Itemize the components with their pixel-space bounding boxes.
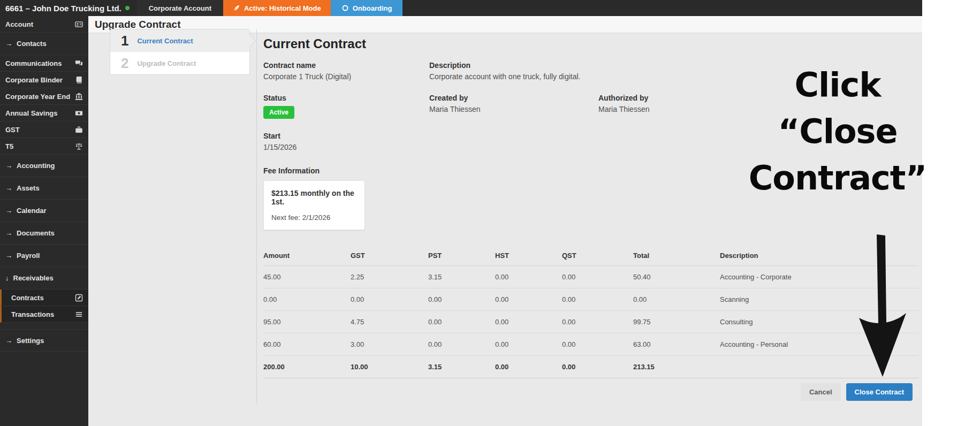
bank-icon — [75, 93, 83, 101]
sidebar-item-accounting[interactable]: →Accounting — [0, 155, 88, 177]
sidebar-item-label: Calendar — [17, 207, 83, 215]
status-label: Status — [263, 94, 429, 102]
step-upgrade-contract[interactable]: 2 Upgrade Contract — [110, 52, 249, 74]
company-title: 6661 – John Doe Trucking Ltd. — [0, 0, 137, 16]
fee-cell: 0.00 — [562, 311, 633, 333]
fee-table-row: 45.002.253.150.000.0050.40Accounting - C… — [263, 266, 918, 288]
sidebar-item-annual-savings[interactable]: Annual Savings — [0, 105, 88, 121]
chevron-down-icon: ↓ — [5, 274, 9, 282]
sidebar-item-contacts[interactable]: →Contacts — [0, 33, 88, 55]
tab-corporate-account[interactable]: Corporate Account — [137, 0, 223, 16]
fee-cell: 0.00 — [633, 288, 720, 311]
step-number: 1 — [121, 33, 128, 49]
sidebar-item-corporate-binder[interactable]: Corporate Binder — [0, 72, 88, 88]
fee-cell: 3.15 — [428, 266, 495, 288]
fee-cell: 99.75 — [633, 311, 720, 333]
sidebar-item-label: Communications — [5, 59, 75, 67]
fee-cell: 3.15 — [428, 356, 495, 378]
tab-onboarding[interactable]: Onboarding — [331, 0, 403, 16]
description-label: Description — [429, 61, 580, 70]
sidebar-item-communications[interactable]: Communications — [0, 55, 88, 72]
fee-col-header-gst: GST — [351, 245, 428, 266]
sidebar-item-corporate-year-end[interactable]: Corporate Year End — [0, 88, 88, 105]
arrow-right-icon: → — [5, 207, 12, 215]
action-bar: Cancel Close Contract — [263, 383, 913, 401]
step-label: Current Contract — [137, 37, 193, 45]
fee-cell: 3.00 — [351, 333, 428, 356]
fee-cell: 0.00 — [263, 288, 351, 311]
sidebar-item-settings[interactable]: →Settings — [0, 329, 88, 352]
fee-cell: 0.00 — [562, 333, 633, 356]
fee-table-header: AmountGSTPSTHSTQSTTotalDescription — [263, 245, 918, 266]
contract-name-value: Corporate 1 Truck (Digital) — [263, 72, 429, 81]
sidebar-item-account[interactable]: Account — [0, 16, 88, 33]
money-icon — [75, 109, 83, 117]
next-fee-text: Next fee: 2/1/2026 — [271, 214, 357, 222]
sidebar-item-label: Receivables — [13, 274, 83, 282]
fee-cell: 0.00 — [428, 311, 495, 333]
arrow-right-icon: → — [5, 40, 12, 48]
fee-table-body: 45.002.253.150.000.0050.40Accounting - C… — [263, 266, 918, 378]
fee-table-total-row: 200.0010.003.150.000.00213.15 — [263, 356, 918, 378]
cancel-button[interactable]: Cancel — [801, 383, 841, 401]
sidebar-item-contracts[interactable]: Contracts — [0, 290, 88, 306]
arrow-right-icon: → — [5, 162, 12, 170]
vertical-divider — [256, 29, 257, 404]
fee-cell: 0.00 — [495, 356, 562, 378]
arrow-right-icon: → — [5, 337, 12, 345]
arrow-right-icon: → — [5, 229, 12, 237]
fee-summary-card: $213.15 monthly on the 1st. Next fee: 2/… — [263, 180, 365, 230]
sidebar-item-label: T5 — [5, 142, 75, 150]
scales-icon — [75, 142, 83, 150]
contract-name-label: Contract name — [263, 61, 429, 70]
circle-icon — [341, 4, 349, 12]
sidebar-item-label: Accounting — [17, 162, 83, 170]
status-badge: Active — [263, 106, 294, 119]
fee-cell: 0.00 — [562, 266, 633, 288]
close-contract-button[interactable]: Close Contract — [846, 383, 913, 401]
start-label: Start — [263, 132, 429, 140]
fee-table-row: 95.004.750.000.000.0099.75Consulting — [263, 311, 918, 333]
fee-cell: 4.75 — [351, 311, 428, 333]
fee-cell: 2.25 — [351, 266, 428, 288]
description-value: Corporate account with one truck, fully … — [429, 72, 580, 81]
annotation-click-close-contract: Click “Close Contract” — [738, 62, 938, 201]
sidebar-item-payroll[interactable]: →Payroll — [0, 245, 88, 267]
tab-active-historical-mode[interactable]: Active: Historical Mode — [223, 0, 331, 16]
sidebar-item-t5[interactable]: T5 — [0, 138, 88, 155]
fee-cell: 0.00 — [495, 266, 562, 288]
tab-label: Active: Historical Mode — [244, 4, 321, 12]
sidebar-item-label: Corporate Year End — [5, 93, 75, 101]
sidebar-item-assets[interactable]: →Assets — [0, 177, 88, 200]
section-heading: Current Contract — [263, 36, 918, 51]
fee-col-header-total: Total — [633, 245, 720, 266]
topbar: 6661 – John Doe Trucking Ltd. Corporate … — [0, 0, 922, 16]
edit-icon — [75, 294, 83, 302]
authorized-by-label: Authorized by — [598, 94, 649, 102]
comments-icon — [75, 59, 83, 67]
sidebar-item-label: GST — [5, 126, 75, 134]
fee-col-header-pst: PST — [428, 245, 495, 266]
annotation-line: Click — [738, 62, 938, 109]
fee-table-row: 60.003.000.000.000.0063.00Accounting - P… — [263, 333, 918, 356]
sidebar-item-gst[interactable]: GST — [0, 121, 88, 138]
fee-cell: 63.00 — [633, 333, 720, 356]
sidebar-item-calendar[interactable]: →Calendar — [0, 200, 88, 222]
fee-cell: 0.00 — [495, 288, 562, 311]
fee-cell: 213.15 — [633, 356, 720, 378]
step-current-contract[interactable]: 1 Current Contract — [110, 29, 249, 52]
fee-col-header-hst: HST — [495, 245, 562, 266]
sidebar-item-documents[interactable]: →Documents — [0, 222, 88, 245]
tab-label: Onboarding — [353, 4, 392, 12]
step-label: Upgrade Contract — [137, 59, 196, 67]
company-title-text: 6661 – John Doe Trucking Ltd. — [5, 4, 121, 13]
fee-cell: 50.40 — [633, 266, 720, 288]
fee-cell: 200.00 — [263, 356, 351, 378]
created-by-value: Maria Thiessen — [429, 105, 598, 113]
sidebar-item-label: Documents — [17, 229, 83, 237]
sidebar-item-receivables[interactable]: ↓Receivables — [0, 267, 88, 290]
fee-cell: 60.00 — [263, 333, 351, 356]
feather-icon — [233, 4, 240, 12]
sidebar-item-transactions[interactable]: Transactions — [0, 306, 88, 323]
fee-table-row: 0.000.000.000.000.000.00Scanning — [263, 288, 918, 311]
